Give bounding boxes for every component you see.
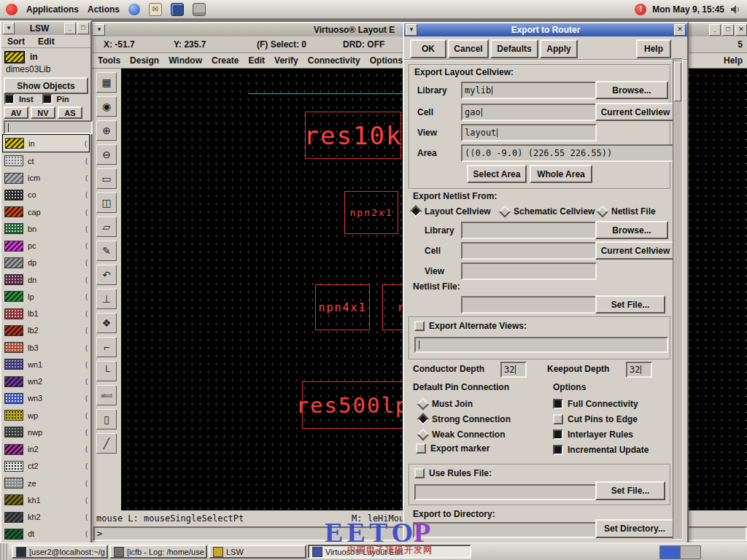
close-icon[interactable]: ✕ <box>674 24 686 36</box>
conductor-depth-field[interactable]: 32 <box>500 362 527 378</box>
lsw-menu-sort[interactable]: Sort <box>7 36 25 46</box>
layer-row-lp[interactable]: lp( <box>2 288 90 305</box>
alert-icon[interactable]: ! <box>635 4 646 15</box>
canvas-cell-res500lp[interactable]: res500lp <box>302 381 403 429</box>
menu-window[interactable]: Window <box>169 55 202 66</box>
layer-row-pc[interactable]: pc( <box>2 238 90 254</box>
netlist-file-field[interactable] <box>461 296 597 314</box>
nl-library-field[interactable] <box>461 222 597 239</box>
bend-button[interactable]: └ <box>96 361 117 381</box>
layer-row-ze[interactable]: ze( <box>2 475 90 491</box>
panel-grip[interactable] <box>0 543 9 560</box>
layer-row-wp[interactable]: wp( <box>2 407 90 424</box>
layer-row-cap[interactable]: cap( <box>2 203 90 220</box>
radio-netlist-file[interactable]: Netlist File <box>598 206 656 217</box>
layer-row-dn[interactable]: dn( <box>2 271 90 288</box>
lsw-button-nv[interactable]: NV <box>31 106 55 119</box>
set-file-button[interactable]: Set File... <box>595 295 665 314</box>
workspace-active[interactable] <box>660 546 680 559</box>
zoom-in-button[interactable]: ⊕ <box>96 120 117 141</box>
task-button-lsw[interactable]: LSW <box>209 545 306 559</box>
inst-checkbox[interactable] <box>4 94 15 104</box>
layer-row-lb3[interactable]: lb3( <box>2 339 90 356</box>
radio-schematic-cellview[interactable]: Schematic Cellview <box>500 206 595 217</box>
help-button[interactable]: Help <box>636 39 671 58</box>
layer-row-kh2[interactable]: kh2( <box>2 509 90 526</box>
ok-button[interactable]: OK <box>410 39 446 58</box>
lsw-menu-edit[interactable]: Edit <box>38 36 55 46</box>
close-icon[interactable]: ✕ <box>735 24 747 36</box>
radio-must-join[interactable]: Must Join <box>419 398 473 410</box>
pin-checkbox[interactable] <box>42 94 53 104</box>
actions-menu[interactable]: Actions <box>88 4 120 15</box>
layer-row-dp[interactable]: dp( <box>2 254 90 271</box>
menu-edit[interactable]: Edit <box>248 55 265 66</box>
alternate-views-checkbox[interactable] <box>414 321 425 331</box>
library-field[interactable]: mylib <box>461 82 597 99</box>
layer-row-wn3[interactable]: wn3( <box>2 390 90 407</box>
current-cellview-button[interactable]: Current Cellview <box>595 103 676 121</box>
nl-cell-field[interactable] <box>461 242 597 260</box>
layer-row-ct[interactable]: ct( <box>2 152 90 169</box>
clock[interactable]: Mon May 9, 15:45 <box>652 4 724 15</box>
printer-icon[interactable] <box>193 3 206 16</box>
set-directory-button[interactable]: Set Directory... <box>595 519 674 538</box>
line-button[interactable]: ╱ <box>96 433 117 454</box>
stretch-button[interactable]: ▱ <box>96 217 117 237</box>
radio-layout-cellview[interactable]: Layout Cellview <box>411 206 491 217</box>
checkbox-interlayer-rules[interactable]: Interlayer Rules <box>553 429 633 440</box>
lsw-current-layer[interactable]: in <box>3 50 89 64</box>
nl-current-cellview-button[interactable]: Current Cellview <box>595 241 676 260</box>
rules-set-file-button[interactable]: Set File... <box>595 481 665 500</box>
path-button[interactable]: ⌐ <box>96 337 117 357</box>
keepout-depth-field[interactable]: 32 <box>626 362 652 378</box>
rectangle-button[interactable]: ▯ <box>96 409 117 429</box>
maximize-icon[interactable]: □ <box>722 24 734 36</box>
redhat-menu-icon[interactable] <box>6 4 18 15</box>
browse-button[interactable]: Browse... <box>595 81 668 99</box>
browser-icon[interactable] <box>128 4 140 15</box>
dialog-titlebar[interactable]: ▾ Export to Router ✕ <box>404 23 687 36</box>
window-menu-icon[interactable]: ▾ <box>406 24 417 36</box>
show-objects-button[interactable]: Show Objects <box>4 77 88 94</box>
nl-browse-button[interactable]: Browse... <box>595 221 668 239</box>
layer-row-nwp[interactable]: nwp( <box>2 424 90 440</box>
layer-row-kh1[interactable]: kh1( <box>2 491 90 508</box>
rules-file-field[interactable] <box>414 484 597 500</box>
zoom-out-button[interactable]: ⊖ <box>96 144 117 165</box>
alternate-views-field[interactable] <box>414 337 668 353</box>
menu-help[interactable]: Help <box>724 55 743 66</box>
cancel-button[interactable]: Cancel <box>448 39 489 58</box>
checkbox-incremental-update[interactable]: Incremental Update <box>553 444 649 456</box>
area-field[interactable]: ((0.0 -9.0) (226.55 226.55)) <box>461 144 676 162</box>
ruler-button[interactable]: ⊥ <box>96 289 117 309</box>
canvas-cell-npn4x1[interactable]: npn4x1 <box>315 284 370 330</box>
layer-row-ct2[interactable]: ct2( <box>2 458 90 475</box>
fit-view-button[interactable]: ◉ <box>96 96 117 117</box>
lsw-filter-input[interactable] <box>4 120 93 134</box>
menu-options[interactable]: Options <box>370 55 403 66</box>
checkbox-cut-pins-to-edge[interactable]: Cut Pins to Edge <box>553 413 638 425</box>
radio-strong-connection[interactable]: Strong Connection <box>419 413 511 425</box>
minimize-icon[interactable]: ˍ <box>64 23 76 34</box>
task-button-user2-localhost-g[interactable]: [user2@localhost:~/g <box>12 545 108 559</box>
layer-row-wn2[interactable]: wn2( <box>2 373 90 390</box>
applications-menu[interactable]: Applications <box>26 4 79 15</box>
layer-row-wn1[interactable]: wn1( <box>2 356 90 373</box>
layer-row-in[interactable]: in( <box>2 134 90 152</box>
rules-file-checkbox[interactable] <box>414 468 425 478</box>
window-menu-icon[interactable]: ▾ <box>93 24 105 36</box>
menu-create[interactable]: Create <box>212 55 239 66</box>
checkbox-full-connectivity[interactable]: Full Connectivity <box>553 398 638 410</box>
select-box-button[interactable]: ▭ <box>96 168 117 189</box>
minimize-icon[interactable]: ˍ <box>709 24 721 36</box>
layer-row-co[interactable]: co( <box>2 187 90 203</box>
export-directory-field[interactable] <box>413 522 597 538</box>
menu-tools[interactable]: Tools <box>98 55 120 66</box>
menu-verify[interactable]: Verify <box>274 55 298 66</box>
copy-button[interactable]: ◫ <box>96 192 117 213</box>
lsw-titlebar[interactable]: ▾ LSW ˍ □ <box>1 22 90 35</box>
workspace-inactive[interactable] <box>680 546 700 559</box>
screens-icon[interactable] <box>171 3 184 16</box>
defaults-button[interactable]: Defaults <box>490 39 538 58</box>
